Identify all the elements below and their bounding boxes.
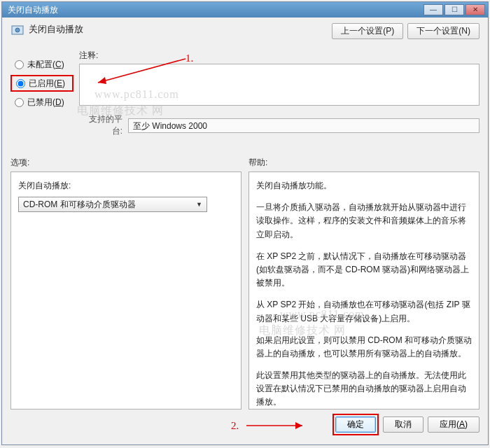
panes: 关闭自动播放: CD-ROM 和可移动介质驱动器 ▼ 关闭自动播放功能。一旦将介…	[10, 172, 479, 410]
radio-enabled-input[interactable]	[16, 79, 25, 88]
radio-not-configured[interactable]: 未配置(C)	[10, 56, 74, 73]
help-paragraph: 在 XP SP2 之前，默认情况下，自动播放在可移动驱动器(如软盘驱动器，而不是…	[256, 250, 472, 290]
radio-enabled-label: 已启用(E)	[29, 78, 65, 90]
platform-row: 支持的平台: 至少 Windows 2000	[79, 113, 479, 137]
radio-disabled[interactable]: 已禁用(D)	[10, 94, 74, 111]
options-section-label: 选项:	[10, 157, 241, 169]
help-paragraph: 一旦将介质插入驱动器，自动播放就开始从驱动器中进行读取操作。这样，程序的安装文件…	[256, 201, 472, 241]
help-paragraph: 此设置禁用其他类型的驱动器上的自动播放。无法使用此设置在默认情况下已禁用的自动播…	[256, 369, 472, 410]
help-paragraph: 如果启用此设置，则可以禁用 CD-ROM 和可移动介质驱动器上的自动播放，也可以…	[256, 334, 472, 360]
page-title: 关闭自动播放	[29, 23, 328, 36]
radio-not-configured-input[interactable]	[15, 60, 24, 69]
radio-disabled-input[interactable]	[15, 98, 24, 107]
help-section-label: 帮助:	[248, 157, 479, 169]
options-pane: 关闭自动播放: CD-ROM 和可移动介质驱动器 ▼	[10, 172, 241, 410]
help-paragraph: 关闭自动播放功能。	[256, 179, 472, 192]
config-row: 未配置(C) 已启用(E) 已禁用(D) 注释: 支持的平台: 至少 Windo…	[10, 50, 479, 137]
radio-not-configured-label: 未配置(C)	[27, 59, 64, 71]
autoplay-combobox-value: CD-ROM 和可移动介质驱动器	[23, 198, 196, 211]
content-area: 关闭自动播放 上一个设置(P) 下一个设置(N) 未配置(C) 已启用(E) 已…	[2, 18, 488, 444]
close-button[interactable]: ✕	[465, 4, 485, 15]
cancel-button[interactable]: 取消	[383, 416, 424, 433]
policy-icon	[10, 23, 24, 37]
apply-button[interactable]: 应用(A)	[428, 416, 479, 433]
ok-button[interactable]: 确定	[335, 416, 376, 433]
autoplay-combobox[interactable]: CD-ROM 和可移动介质驱动器 ▼	[18, 197, 207, 212]
window-title: 关闭自动播放	[5, 4, 422, 16]
options-field-label: 关闭自动播放:	[18, 179, 234, 192]
section-labels: 选项: 帮助:	[10, 157, 479, 169]
header-row: 关闭自动播放 上一个设置(P) 下一个设置(N)	[10, 23, 479, 47]
help-pane[interactable]: 关闭自动播放功能。一旦将介质插入驱动器，自动播放就开始从驱动器中进行读取操作。这…	[248, 172, 479, 410]
next-setting-button[interactable]: 下一个设置(N)	[407, 23, 479, 39]
platform-value: 至少 Windows 2000	[128, 118, 479, 133]
svg-point-1	[15, 28, 20, 32]
platform-label: 支持的平台:	[79, 113, 128, 137]
maximize-button[interactable]: ☐	[444, 4, 464, 15]
comment-label: 注释:	[79, 50, 479, 62]
chevron-down-icon: ▼	[196, 200, 202, 209]
comment-textarea[interactable]	[79, 64, 479, 106]
comment-column: 注释: 支持的平台: 至少 Windows 2000	[79, 50, 479, 137]
radio-disabled-label: 已禁用(D)	[27, 97, 64, 108]
radio-column: 未配置(C) 已启用(E) 已禁用(D)	[10, 50, 74, 113]
help-paragraph: 从 XP SP2 开始，自动播放也在可移动驱动器(包括 ZIP 驱动器和某些 U…	[256, 298, 472, 325]
titlebar[interactable]: 关闭自动播放 — ☐ ✕	[2, 2, 488, 18]
minimize-button[interactable]: —	[424, 4, 443, 15]
button-row: 确定 取消 应用(A)	[10, 410, 479, 439]
radio-enabled[interactable]: 已启用(E)	[10, 75, 74, 92]
prev-setting-button[interactable]: 上一个设置(P)	[332, 23, 403, 39]
dialog-window: 关闭自动播放 — ☐ ✕ 关闭自动播放 上一个设置(P) 下一个设置(N) 未配…	[1, 1, 489, 445]
